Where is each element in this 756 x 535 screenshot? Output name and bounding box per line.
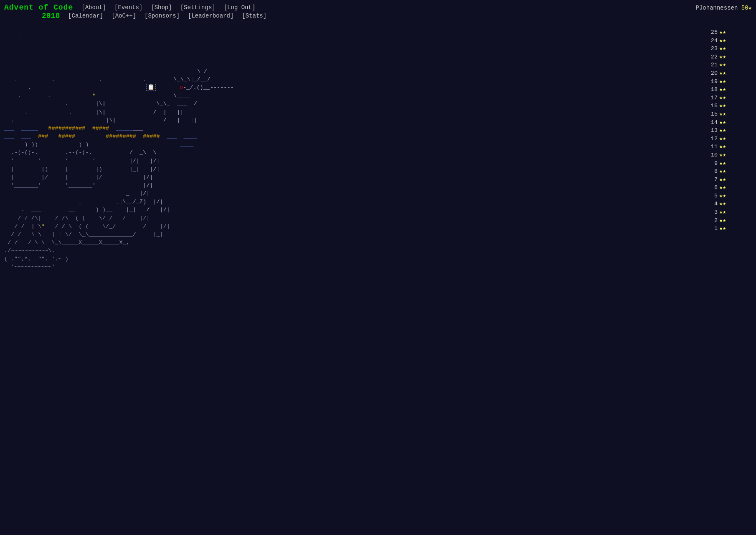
nav-leaderboard[interactable]: [Leaderboard]	[188, 13, 233, 19]
nav-calendar[interactable]: [Calendar]	[68, 13, 103, 19]
day-num-24: 24	[706, 37, 718, 45]
calendar-ascii-art: . . . . . . . . . . . .	[4, 26, 702, 271]
day-stars-2: ★★	[719, 217, 726, 225]
day-row-3[interactable]: 3 ★★	[706, 208, 756, 217]
day-row-25[interactable]: 25 ★★	[706, 28, 756, 37]
day-num-18: 18	[706, 86, 718, 94]
day-row-4[interactable]: 4 ★★	[706, 200, 756, 208]
day-num-20: 20	[706, 69, 718, 78]
day-row-15[interactable]: 15 ★★	[706, 110, 756, 119]
day-row-22[interactable]: 22 ★★	[706, 53, 756, 61]
day-row-17[interactable]: 17 ★★	[706, 94, 756, 102]
day-row-12[interactable]: 12 ★★	[706, 135, 756, 143]
day-stars-18: ★★	[719, 86, 726, 94]
day-num-13: 13	[706, 126, 718, 135]
day-stars-1: ★★	[719, 225, 726, 233]
day-row-6[interactable]: 6 ★★	[706, 184, 756, 192]
day-row-1[interactable]: 1 ★★	[706, 225, 756, 233]
day-row-10[interactable]: 10 ★★	[706, 151, 756, 159]
nav-shop[interactable]: [Shop]	[151, 4, 172, 11]
day-stars-3: ★★	[719, 208, 726, 217]
day-row-16[interactable]: 16 ★★	[706, 102, 756, 110]
nav-events[interactable]: [Events]	[114, 4, 142, 11]
day-num-21: 21	[706, 61, 718, 69]
day-num-8: 8	[706, 167, 718, 176]
nav-logout[interactable]: [Log Out]	[224, 4, 256, 11]
day-stars-14: ★★	[719, 119, 726, 127]
day-row-5[interactable]: 5 ★★	[706, 192, 756, 200]
day-num-3: 3	[706, 208, 718, 217]
day-stars-23: ★★	[719, 45, 726, 53]
day-row-21[interactable]: 21 ★★	[706, 61, 756, 69]
day-stars-24: ★★	[719, 37, 726, 45]
day-num-14: 14	[706, 119, 718, 127]
nav-sponsors[interactable]: [Sponsors]	[145, 13, 180, 19]
nav-stats[interactable]: [Stats]	[242, 13, 266, 19]
day-num-10: 10	[706, 151, 718, 159]
day-stars-21: ★★	[719, 61, 726, 69]
day-row-13[interactable]: 13 ★★	[706, 126, 756, 135]
day-num-11: 11	[706, 143, 718, 151]
day-row-19[interactable]: 19 ★★	[706, 78, 756, 86]
day-stars-17: ★★	[719, 94, 726, 102]
day-num-7: 7	[706, 176, 718, 184]
day-stars-20: ★★	[719, 69, 726, 78]
day-stars-8: ★★	[719, 167, 726, 176]
day-stars-11: ★★	[719, 143, 726, 151]
day-row-18[interactable]: 18 ★★	[706, 86, 756, 94]
day-row-8[interactable]: 8 ★★	[706, 167, 756, 176]
day-row-2[interactable]: 2 ★★	[706, 217, 756, 225]
day-num-6: 6	[706, 184, 718, 192]
day-row-9[interactable]: 9 ★★	[706, 159, 756, 168]
day-stars-6: ★★	[719, 184, 726, 192]
day-num-22: 22	[706, 53, 718, 61]
day-num-23: 23	[706, 45, 718, 53]
day-num-15: 15	[706, 110, 718, 119]
user-stars: 50★	[741, 5, 752, 11]
day-stars-10: ★★	[719, 151, 726, 159]
day-num-1: 1	[706, 225, 718, 233]
day-row-20[interactable]: 20 ★★	[706, 69, 756, 78]
user-info: PJohannessen 50★	[696, 4, 752, 11]
day-num-16: 16	[706, 102, 718, 110]
nav-aocpp[interactable]: [AoC++]	[112, 13, 136, 19]
site-header: Advent of Code [About] [Events] [Shop] […	[0, 0, 756, 22]
day-row-11[interactable]: 11 ★★	[706, 143, 756, 151]
day-stars-5: ★★	[719, 192, 726, 200]
day-stars-7: ★★	[719, 176, 726, 184]
calendar-area: . . . . . . . . . . . .	[4, 26, 702, 271]
day-list: 25 ★★ 24 ★★ 23 ★★ 22 ★★ 21 ★★ 20 ★★ 19 ★…	[706, 26, 756, 271]
day-num-19: 19	[706, 78, 718, 86]
day-stars-13: ★★	[719, 126, 726, 135]
day-row-23[interactable]: 23 ★★	[706, 45, 756, 53]
day-num-25: 25	[706, 28, 718, 37]
day-num-17: 17	[706, 94, 718, 102]
day-row-7[interactable]: 7 ★★	[706, 176, 756, 184]
username: PJohannessen	[696, 5, 738, 11]
day-row-14[interactable]: 14 ★★	[706, 119, 756, 127]
day-stars-12: ★★	[719, 135, 726, 143]
year-label: 2018	[42, 12, 60, 20]
day-num-4: 4	[706, 200, 718, 208]
day-stars-16: ★★	[719, 102, 726, 110]
day-stars-9: ★★	[719, 159, 726, 168]
day-stars-25: ★★	[719, 28, 726, 37]
day-stars-15: ★★	[719, 110, 726, 119]
day-num-9: 9	[706, 159, 718, 168]
site-title: Advent of Code	[4, 3, 73, 12]
nav-about[interactable]: [About]	[81, 4, 106, 11]
nav-settings[interactable]: [Settings]	[180, 4, 216, 11]
main-content: . . . . . . . . . . . .	[0, 22, 756, 271]
day-num-5: 5	[706, 192, 718, 200]
day-stars-4: ★★	[719, 200, 726, 208]
day-stars-19: ★★	[719, 78, 726, 86]
day-num-12: 12	[706, 135, 718, 143]
day-row-24[interactable]: 24 ★★	[706, 37, 756, 45]
day-stars-22: ★★	[719, 53, 726, 61]
day-num-2: 2	[706, 217, 718, 225]
